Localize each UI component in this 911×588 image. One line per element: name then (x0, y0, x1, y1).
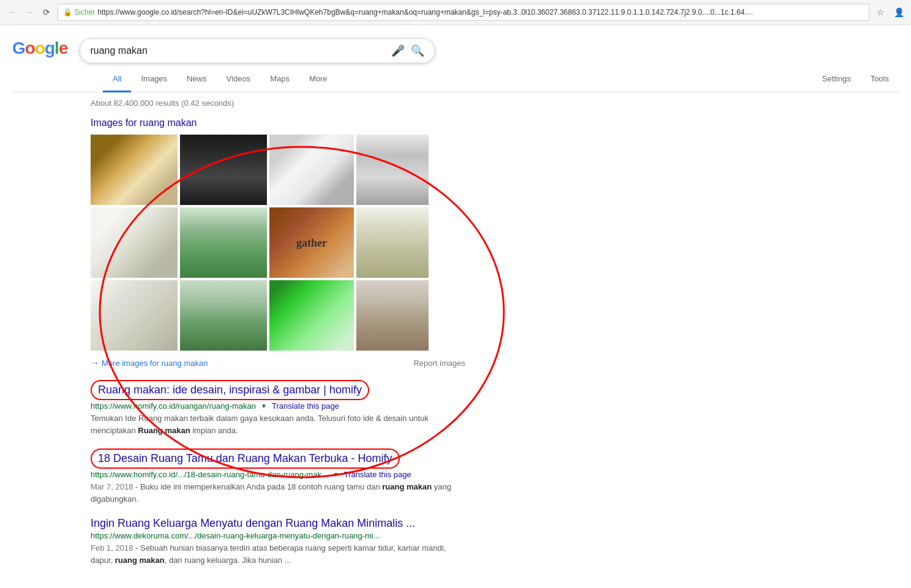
results-area: About 82,400,000 results (0.42 seconds) … (0, 92, 465, 566)
browser-actions: ☆ 👤 (873, 5, 906, 20)
image-12[interactable] (356, 280, 429, 351)
forward-button[interactable]: → (22, 5, 37, 20)
search-result-3: Ingin Ruang Keluarga Menyatu dengan Ruan… (91, 517, 458, 566)
browser-toolbar: ← → ⟳ 🔒 Sicher https://www.google.co.id/… (0, 0, 911, 24)
result-3-url-row: https://www.dekoruma.com/.../desain-ruan… (91, 531, 458, 540)
address-bar[interactable]: 🔒 Sicher https://www.google.co.id/search… (58, 4, 869, 21)
result-1-bold: Ruang makan (138, 426, 190, 435)
google-header: Google 🎤 🔍 All Images News Videos Maps M… (0, 25, 911, 92)
gather-text: gather (296, 236, 327, 249)
result-2-url: https://www.homify.co.id/.../18-desain-r… (91, 470, 328, 479)
tab-more[interactable]: More (299, 67, 337, 92)
search-result-2: 18 Desain Ruang Tamu dan Ruang Makan Ter… (91, 448, 458, 505)
image-11[interactable] (269, 280, 354, 351)
result-1-url: https://www.homify.co.id/ruangan/ruang-m… (91, 401, 256, 411)
image-5[interactable] (91, 207, 178, 278)
result-3-url: https://www.dekoruma.com/.../desain-ruan… (91, 531, 380, 540)
tab-maps[interactable]: Maps (260, 67, 299, 92)
result-3-snippet: Feb 1, 2018 - Sebuah hunian biasanya ter… (91, 542, 458, 566)
result-3-snippet-end: , dan ruang keluarga. Jika hunian ... (165, 556, 291, 565)
result-1-title-wrap: Ruang makan: ide desain, inspirasi & gam… (91, 380, 458, 400)
result-3-title[interactable]: Ingin Ruang Keluarga Menyatu dengan Ruan… (91, 517, 415, 530)
tab-settings[interactable]: Settings (812, 67, 861, 92)
arrow-right-icon: → (91, 358, 99, 368)
browser-chrome: ← → ⟳ 🔒 Sicher https://www.google.co.id/… (0, 0, 911, 25)
image-7[interactable]: gather (269, 207, 354, 278)
result-2-snippet: Mar 7, 2018 - Buku ide ini memperkenalka… (91, 481, 458, 505)
result-2-date: Mar 7, 2018 (91, 482, 133, 491)
image-row-1 (91, 135, 429, 205)
lock-icon: 🔒 Sicher (63, 8, 95, 17)
result-1-snippet-end: impian anda. (190, 426, 238, 435)
tab-images[interactable]: Images (131, 67, 177, 92)
images-header: Images for ruang makan (91, 117, 465, 128)
image-2[interactable] (180, 135, 267, 205)
search-box[interactable]: 🎤 🔍 (80, 39, 435, 63)
result-2-title[interactable]: 18 Desain Ruang Tamu dan Ruang Makan Ter… (98, 452, 392, 465)
tab-all[interactable]: All (103, 67, 131, 92)
image-9[interactable] (91, 280, 178, 351)
images-section: Images for ruang makan gather (91, 117, 465, 368)
more-images-row: → More images for ruang makan Report ima… (91, 358, 465, 368)
tab-tools[interactable]: Tools (861, 67, 899, 92)
image-10[interactable] (180, 280, 267, 351)
results-count: About 82,400,000 results (0.42 seconds) (91, 99, 465, 108)
search-icon[interactable]: 🔍 (411, 44, 424, 58)
result-3-bold: ruang makan (115, 556, 165, 565)
image-row-3 (91, 280, 429, 351)
result-2-url-row: https://www.homify.co.id/.../18-desain-r… (91, 470, 458, 479)
images-container: gather (91, 135, 429, 353)
more-images-text: More images for ruang makan (102, 359, 208, 368)
result-3-title-wrap: Ingin Ruang Keluarga Menyatu dengan Ruan… (91, 517, 458, 530)
result-1-url-row: https://www.homify.co.id/ruangan/ruang-m… (91, 401, 458, 411)
search-input[interactable] (90, 45, 391, 56)
more-images-link[interactable]: → More images for ruang makan (91, 358, 208, 368)
account-icon[interactable]: 👤 (891, 5, 906, 20)
result-3-date: Feb 1, 2018 (91, 543, 133, 553)
nav-buttons: ← → ⟳ (5, 5, 54, 20)
nav-tabs: All Images News Videos Maps More Setting… (12, 67, 899, 92)
tab-news[interactable]: News (177, 67, 217, 92)
result-2-translate[interactable]: Translate this page (344, 470, 411, 479)
image-1[interactable] (91, 135, 178, 205)
reload-button[interactable]: ⟳ (39, 5, 54, 20)
images-header-link[interactable]: Images for ruang makan (91, 117, 197, 128)
image-3[interactable] (269, 135, 354, 205)
google-page: Google 🎤 🔍 All Images News Videos Maps M… (0, 25, 911, 566)
image-row-2: gather (91, 207, 429, 278)
result-2-dropdown[interactable]: ▼ (333, 471, 339, 478)
result-2-title-wrap: 18 Desain Ruang Tamu dan Ruang Makan Ter… (91, 448, 458, 469)
image-6[interactable] (180, 207, 267, 278)
result-2-snippet-text: - Buku ide ini memperkenalkan Anda pada … (135, 482, 382, 491)
result-1-dropdown[interactable]: ▼ (261, 403, 267, 409)
result-1-snippet: Temukan Ide Ruang makan terbaik dalam ga… (91, 412, 458, 436)
bookmark-icon[interactable]: ☆ (873, 5, 888, 20)
image-4[interactable] (356, 135, 429, 205)
google-logo[interactable]: Google (12, 39, 67, 58)
search-icons: 🎤 🔍 (391, 44, 424, 58)
result-2-bold: ruang makan (382, 482, 432, 491)
url-text: https://www.google.co.id/search?hl=en-ID… (97, 8, 864, 17)
report-images-link[interactable]: Report images (413, 359, 465, 368)
image-8[interactable] (356, 207, 429, 278)
back-button[interactable]: ← (5, 5, 20, 20)
search-result-1: Ruang makan: ide desain, inspirasi & gam… (91, 380, 458, 436)
mic-icon[interactable]: 🎤 (391, 44, 405, 58)
result-1-title[interactable]: Ruang makan: ide desain, inspirasi & gam… (98, 384, 362, 396)
tab-videos[interactable]: Videos (217, 67, 261, 92)
result-1-translate[interactable]: Translate this page (272, 401, 339, 411)
